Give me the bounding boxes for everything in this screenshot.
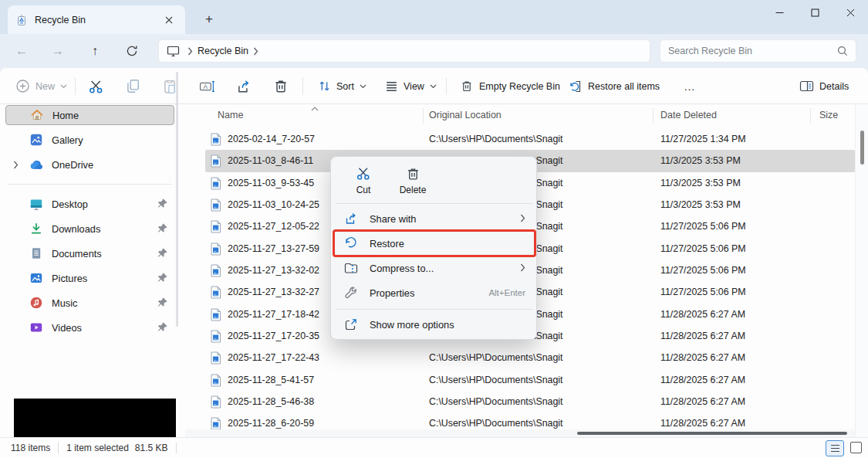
tab-bar: Recycle Bin + <box>0 0 868 34</box>
file-row[interactable]: 2025-11-28_5-46-38C:\Users\HP\Documents\… <box>185 391 855 412</box>
file-original-location: C:\Users\HP\Documents\Snagit <box>429 375 563 385</box>
properties-icon <box>343 286 359 300</box>
file-date-deleted: 11/28/2025 6:27 AM <box>660 309 745 320</box>
pin-icon <box>157 222 168 234</box>
tab-close-icon[interactable] <box>160 12 177 29</box>
file-name: 2025-11-27_17-20-35 <box>228 331 319 341</box>
file-row[interactable]: 2025-11-28_5-41-57C:\Users\HP\Documents\… <box>185 369 855 391</box>
context-cut-button[interactable]: Cut <box>339 161 388 200</box>
file-row[interactable]: 2025-02-14_7-20-57C:\Users\HP\Documents\… <box>185 128 855 150</box>
file-date-deleted: 11/27/2025 1:34 PM <box>660 134 746 144</box>
sidebar-list: HomeGalleryOneDriveDesktopDownloadsDocum… <box>0 105 180 338</box>
column-header-size[interactable]: Size <box>819 110 838 120</box>
file-name: 2025-11-27_13-32-27 <box>228 287 319 297</box>
view-button[interactable]: View <box>380 76 441 96</box>
sidebar-item-home[interactable]: Home <box>5 105 174 125</box>
chevron-right-icon[interactable] <box>8 161 22 169</box>
chevron-down-icon <box>430 84 437 89</box>
close-button[interactable] <box>833 0 868 25</box>
rename-icon[interactable]: A <box>195 76 218 97</box>
recycle-bin-icon <box>15 14 28 26</box>
compress-icon <box>343 261 359 275</box>
file-name: 2025-11-27_17-22-43 <box>228 352 319 363</box>
sidebar-item-documents[interactable]: Documents <box>5 243 174 263</box>
file-original-location: C:\Users\HP\Documents\Snagit <box>429 396 563 407</box>
column-header-original-location[interactable]: Original Location <box>429 110 502 120</box>
onedrive-icon <box>29 159 44 170</box>
context-properties[interactable]: Properties Alt+Enter <box>334 280 535 305</box>
context-delete-button[interactable]: Delete <box>388 161 437 200</box>
minimize-button[interactable] <box>762 0 797 25</box>
horizontal-scrollbar-thumb[interactable] <box>577 432 847 435</box>
details-view-toggle[interactable] <box>826 440 844 456</box>
file-name: 2025-11-27_13-27-59 <box>228 243 319 254</box>
copy-icon[interactable] <box>121 76 144 97</box>
column-header-name[interactable]: Name <box>218 110 243 120</box>
vertical-scrollbar[interactable] <box>855 105 868 437</box>
horizontal-scrollbar[interactable] <box>185 429 855 437</box>
tab-recycle-bin[interactable]: Recycle Bin <box>8 5 185 34</box>
context-show-more-options[interactable]: Show more options <box>334 312 535 337</box>
context-restore[interactable]: Restore <box>334 231 535 256</box>
file-date-deleted: 11/28/2025 6:27 AM <box>660 418 745 429</box>
sidebar-scrollbar[interactable] <box>176 72 178 327</box>
context-share-with[interactable]: Share with <box>334 206 535 231</box>
sidebar-item-pictures[interactable]: Pictures <box>5 268 174 288</box>
sidebar-item-gallery[interactable]: Gallery <box>5 130 174 150</box>
new-button[interactable]: New <box>11 76 72 97</box>
sidebar-item-videos[interactable]: Videos <box>5 317 174 338</box>
file-date-deleted: 11/27/2025 5:06 PM <box>660 265 746 276</box>
file-icon <box>210 133 221 146</box>
chevron-right-icon[interactable] <box>253 47 258 56</box>
address-bar[interactable]: Recycle Bin <box>158 39 650 63</box>
file-explorer-window: Recycle Bin + ← → ↑ R <box>0 0 868 458</box>
file-icon <box>210 351 221 365</box>
forward-icon[interactable]: → <box>46 40 69 62</box>
search-icon[interactable] <box>837 46 848 56</box>
icons-view-toggle[interactable] <box>850 442 862 453</box>
file-row-highlight: 2025-11-28_5-41-57C:\Users\HP\Documents\… <box>205 369 855 391</box>
see-more-button[interactable]: … <box>679 76 701 96</box>
refresh-icon[interactable] <box>120 40 144 62</box>
file-date-deleted: 11/3/2025 3:53 PM <box>660 199 741 210</box>
context-compress-to[interactable]: Compress to... <box>334 256 535 280</box>
file-row-highlight: 2025-02-14_7-20-57C:\Users\HP\Documents\… <box>205 128 855 150</box>
pin-icon <box>157 198 168 209</box>
file-date-deleted: 11/3/2025 3:53 PM <box>660 155 741 166</box>
selection-count: 1 item selected <box>66 443 129 453</box>
new-tab-button[interactable]: + <box>199 9 219 29</box>
restore-icon <box>343 236 359 250</box>
sidebar-item-downloads[interactable]: Downloads <box>5 219 174 239</box>
selection-size: 81.5 KB <box>135 443 168 453</box>
sort-ascending-icon <box>311 103 319 114</box>
restore-all-items-button[interactable]: Restore all items <box>564 76 664 97</box>
file-name: 2025-11-03_10-24-25 <box>228 199 319 210</box>
details-pane-button[interactable]: Details <box>795 76 853 96</box>
file-icon <box>210 286 221 299</box>
search-box[interactable] <box>660 39 856 63</box>
maximize-button[interactable] <box>797 0 833 25</box>
up-icon[interactable]: ↑ <box>83 40 106 62</box>
breadcrumb[interactable]: Recycle Bin <box>198 46 248 56</box>
restore-all-icon <box>569 80 583 93</box>
column-header-date-deleted[interactable]: Date Deleted <box>660 110 717 120</box>
back-icon[interactable]: ← <box>10 40 33 62</box>
cut-icon[interactable] <box>84 76 107 97</box>
documents-icon <box>29 246 44 260</box>
sidebar-item-label: OneDrive <box>52 159 174 171</box>
sidebar-divider <box>8 184 172 185</box>
file-row[interactable]: 2025-11-27_17-22-43C:\Users\HP\Documents… <box>185 347 855 368</box>
show-more-icon <box>343 317 359 331</box>
sort-button[interactable]: Sort <box>313 76 371 96</box>
sidebar-item-music[interactable]: Music <box>5 293 174 313</box>
empty-recycle-bin-button[interactable]: Empty Recycle Bin <box>455 76 565 97</box>
sidebar-item-desktop[interactable]: Desktop <box>5 194 174 214</box>
vertical-scrollbar-thumb[interactable] <box>860 131 864 165</box>
delete-icon[interactable] <box>269 76 292 97</box>
search-input[interactable] <box>668 46 837 56</box>
sidebar-item-onedrive[interactable]: OneDrive <box>5 154 174 175</box>
context-restore-label: Restore <box>370 238 525 249</box>
pin-icon <box>157 272 168 283</box>
this-pc-icon[interactable] <box>167 46 180 57</box>
share-icon[interactable] <box>232 76 255 97</box>
